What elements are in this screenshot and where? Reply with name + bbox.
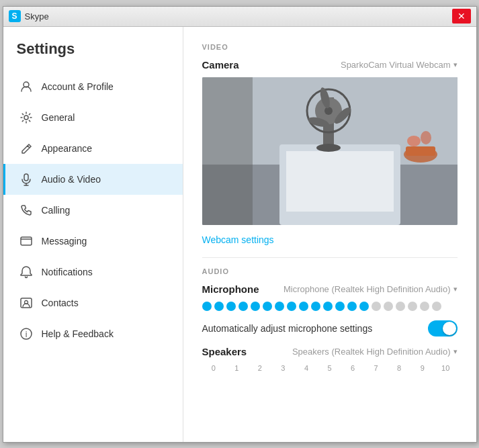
sidebar-item-appearance[interactable]: Appearance	[3, 133, 183, 164]
scale-item-2: 2	[249, 364, 272, 372]
svg-rect-24	[406, 146, 435, 156]
auto-adjust-toggle[interactable]	[428, 320, 458, 337]
sidebar: Settings Account & Profile Ge	[3, 27, 183, 442]
webcam-settings-link[interactable]: Webcam settings	[202, 234, 274, 245]
audio-section-label: AUDIO	[202, 267, 458, 275]
auto-adjust-label: Automatically adjust microphone settings	[202, 323, 373, 334]
calling-icon	[19, 203, 34, 218]
sidebar-item-notifications[interactable]: Notifications	[3, 257, 183, 287]
mic-dot-19	[432, 302, 441, 311]
speakers-dropdown[interactable]: Speakers (Realtek High Definition Audio)…	[292, 347, 458, 357]
title-bar-text: Skype	[25, 11, 452, 21]
scale-item-1: 1	[225, 364, 249, 372]
mic-dot-9	[311, 302, 320, 311]
camera-row: Camera SparkoCam Virtual Webcam ▾	[202, 59, 458, 71]
svg-rect-6	[21, 298, 32, 308]
sidebar-item-contacts-label: Contacts	[42, 298, 79, 308]
mic-dot-2	[226, 302, 236, 311]
speakers-label: Speakers	[202, 346, 247, 357]
mic-dot-4	[251, 302, 260, 311]
mic-dot-15	[384, 302, 393, 311]
account-icon	[19, 79, 34, 94]
sidebar-item-help[interactable]: i Help & Feedback	[3, 318, 183, 349]
scale-item-4: 4	[295, 364, 318, 372]
mic-dot-12	[347, 302, 357, 311]
appearance-icon	[19, 141, 34, 156]
video-preview	[202, 77, 458, 225]
chevron-down-icon: ▾	[453, 60, 458, 69]
svg-rect-27	[202, 77, 253, 225]
scale-item-7: 7	[364, 364, 388, 372]
speakers-scale: 012345678910	[202, 364, 458, 372]
sidebar-item-audio-video-label: Audio & Video	[42, 174, 101, 185]
scale-item-10: 10	[434, 364, 458, 372]
sidebar-item-account-label: Account & Profile	[42, 81, 114, 92]
scale-item-3: 3	[271, 364, 295, 372]
help-icon: i	[19, 326, 34, 341]
microphone-dropdown[interactable]: Microphone (Realtek High Definition Audi…	[284, 284, 458, 294]
sidebar-item-messaging[interactable]: Messaging	[3, 226, 183, 257]
mic-dot-0	[202, 302, 212, 311]
sidebar-item-notifications-label: Notifications	[42, 267, 93, 277]
sidebar-item-appearance-label: Appearance	[42, 143, 93, 154]
sidebar-title: Settings	[3, 40, 183, 71]
content-area: VIDEO Camera SparkoCam Virtual Webcam ▾	[183, 27, 476, 442]
sidebar-item-messaging-label: Messaging	[42, 236, 87, 247]
scale-item-5: 5	[318, 364, 341, 372]
sidebar-item-account[interactable]: Account & Profile	[3, 71, 183, 102]
camera-value: SparkoCam Virtual Webcam	[341, 60, 451, 70]
close-button[interactable]: ✕	[452, 9, 471, 24]
mic-dot-5	[263, 302, 272, 311]
svg-point-18	[324, 107, 333, 115]
sidebar-item-contacts[interactable]: Contacts	[3, 287, 183, 318]
svg-rect-5	[21, 237, 32, 245]
microphone-row: Microphone Microphone (Realtek High Defi…	[202, 283, 458, 295]
contacts-icon	[19, 296, 34, 310]
svg-rect-14	[286, 151, 394, 212]
sidebar-item-general[interactable]: General	[3, 102, 183, 133]
sidebar-item-calling[interactable]: Calling	[3, 195, 183, 226]
mic-dot-3	[238, 302, 248, 311]
svg-point-25	[407, 136, 421, 146]
divider-1	[202, 257, 458, 258]
mic-dot-1	[214, 302, 224, 311]
mic-dot-11	[335, 302, 345, 311]
svg-text:i: i	[25, 330, 27, 339]
scale-item-8: 8	[388, 364, 411, 372]
mic-dot-17	[408, 302, 417, 311]
mic-chevron-icon: ▾	[453, 285, 458, 294]
sidebar-item-audio-video[interactable]: Audio & Video	[3, 164, 183, 195]
sidebar-item-general-label: General	[42, 112, 75, 123]
mic-dot-18	[420, 302, 429, 311]
sidebar-item-help-label: Help & Feedback	[42, 328, 114, 339]
video-section-label: VIDEO	[202, 43, 458, 51]
microphone-levels	[202, 302, 458, 311]
messaging-icon	[19, 234, 34, 249]
mic-dot-16	[396, 302, 405, 311]
mic-dot-8	[299, 302, 308, 311]
mic-dot-13	[359, 302, 369, 311]
microphone-label: Microphone	[202, 283, 259, 295]
mic-dot-14	[372, 302, 381, 311]
app-icon: S	[9, 10, 21, 22]
toggle-knob	[443, 322, 456, 335]
auto-adjust-row: Automatically adjust microphone settings	[202, 320, 458, 337]
speakers-chevron-icon: ▾	[453, 347, 458, 356]
scale-item-9: 9	[410, 364, 434, 372]
microphone-value: Microphone (Realtek High Definition Audi…	[284, 284, 451, 294]
speakers-value: Speakers (Realtek High Definition Audio)	[292, 347, 451, 357]
gear-icon	[19, 110, 34, 125]
title-bar: S Skype ✕	[3, 7, 476, 27]
svg-point-1	[24, 116, 28, 120]
scale-item-6: 6	[341, 364, 365, 372]
notifications-icon	[19, 265, 34, 279]
svg-point-26	[421, 131, 431, 144]
microphone-icon	[19, 172, 34, 187]
main-window: S Skype ✕ Settings Account & Profile	[3, 6, 477, 443]
camera-dropdown[interactable]: SparkoCam Virtual Webcam ▾	[341, 60, 458, 70]
sidebar-item-calling-label: Calling	[42, 205, 71, 216]
svg-rect-2	[24, 174, 28, 181]
mic-dot-10	[323, 302, 333, 311]
scale-item-0: 0	[202, 364, 226, 372]
speakers-row: Speakers Speakers (Realtek High Definiti…	[202, 346, 458, 357]
